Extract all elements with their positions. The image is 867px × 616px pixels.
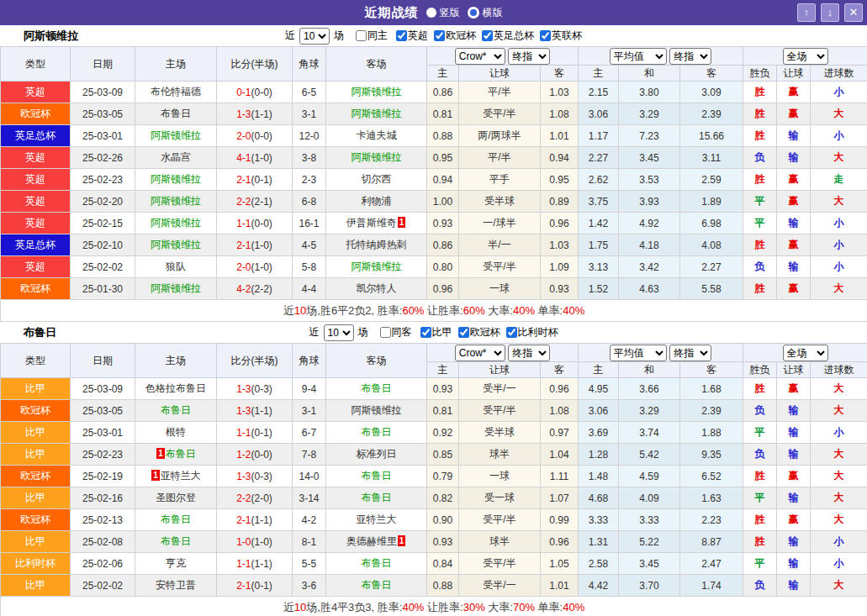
team-name: 阿斯顿维拉 [352, 108, 402, 119]
result-cell: 胜 [743, 125, 777, 147]
col-header-goals: 进球数 [811, 362, 867, 378]
handicap-cell: 一/球半 [459, 213, 541, 234]
halftime-score: (1-0) [251, 261, 272, 273]
avg-draw-odds: 3.29 [619, 103, 680, 125]
league-filter[interactable]: 英超 [390, 29, 428, 43]
result-cell: 胜 [743, 378, 777, 400]
table-row: 英超25-02-15阿斯顿维拉1-1(0-0)16-1伊普斯维奇10.93一/球… [1, 213, 867, 234]
goals-result-cell: 大 [811, 147, 867, 169]
avg-draw-odds: 4.09 [619, 487, 680, 509]
league-cell: 比甲 [1, 444, 71, 466]
home-team-cell: 布伦特福德 [135, 82, 217, 103]
same-venue-label: 同主 [367, 29, 388, 43]
col-header-goals: 进球数 [811, 66, 867, 82]
radio-horizontal-icon[interactable] [468, 7, 479, 18]
radio-vertical-icon[interactable] [426, 8, 436, 18]
table-row: 比甲25-02-231布鲁日1-2(0-0)7-8标准列日0.85球半1.041… [1, 444, 867, 466]
avg-home-odds: 2.15 [579, 82, 619, 103]
team-name: 托特纳姆热刺 [346, 239, 407, 250]
title-bar: 近期战绩 竖版 横版 ↑ ↓ ✕ [0, 0, 867, 25]
league-filter-label: 欧冠杯 [446, 29, 476, 43]
summary-text-1: 近10场,胜4平3负3, 胜率:40% 让胜率:30% 大率:70% 单率:40… [1, 597, 867, 616]
league-filter[interactable]: 比利时杯 [500, 325, 558, 340]
league-filter[interactable]: 欧冠杯 [452, 325, 500, 340]
date-cell: 25-02-08 [71, 531, 135, 553]
same-venue-checkbox[interactable] [380, 327, 391, 338]
away-team-cell: 布鲁日 [326, 422, 427, 444]
result-cell: 胜 [743, 509, 777, 531]
handicap-result-cell: 输 [777, 213, 811, 234]
score-cell: 2-1(1-0) [217, 234, 293, 256]
handicap-result-cell: 输 [777, 147, 811, 169]
league-filter[interactable]: 英联杯 [534, 29, 582, 43]
crow-away-odds: 1.01 [541, 575, 579, 597]
summary-row: 近10场,胜6平2负2, 胜率:60% 让胜率:60% 大率:40% 单率:40… [1, 300, 867, 322]
average-select[interactable]: 平均值 [610, 345, 667, 361]
table-row: 比利时杯25-02-06亨克1-1(1-1)5-5布鲁日0.84受平/半1.05… [1, 553, 867, 575]
match-count-select[interactable]: 10 [324, 324, 354, 341]
handicap-result-cell: 输 [777, 531, 811, 553]
date-cell: 25-02-23 [71, 444, 135, 466]
avg-draw-odds: 4.59 [619, 466, 680, 487]
fulltime-select[interactable]: 全场 [783, 345, 828, 361]
col-header-crow-home: 主 [427, 362, 459, 378]
halftime-score: (1-0) [251, 536, 272, 548]
average-select[interactable]: 平均值 [610, 48, 667, 65]
avg-draw-odds: 3.45 [619, 553, 680, 575]
league-filter[interactable]: 比甲 [415, 325, 452, 340]
league-checkbox[interactable] [506, 327, 517, 338]
avg-away-odds: 2.27 [680, 256, 743, 278]
crow-away-odds: 0.89 [541, 191, 579, 213]
layout-radio-vertical[interactable]: 竖版 [426, 6, 460, 20]
move-up-button[interactable]: ↑ [797, 3, 816, 22]
crow-away-odds: 0.99 [541, 509, 579, 531]
away-team-cell: 切尔西 [326, 169, 427, 191]
team-name: 亚特兰大 [161, 470, 201, 482]
avg-stage-select[interactable]: 终指 [669, 345, 711, 361]
crow-away-odds: 1.05 [541, 553, 579, 575]
league-filter[interactable]: 欧冠杯 [428, 29, 476, 43]
bookmaker-select[interactable]: Crow* [455, 345, 505, 361]
odds-stage-select[interactable]: 终指 [508, 48, 550, 65]
avg-stage-select[interactable]: 终指 [669, 48, 711, 65]
fulltime-select[interactable]: 全场 [783, 48, 828, 65]
col-header-date: 日期 [71, 47, 135, 82]
match-count-select[interactable]: 10 [299, 28, 330, 45]
avg-home-odds: 2.58 [579, 553, 619, 575]
team-name: 伊普斯维奇 [346, 217, 397, 229]
goals-result-cell: 小 [811, 531, 867, 553]
result-cell: 胜 [743, 103, 777, 125]
crow-select-group: Crow* 终指 [427, 47, 579, 66]
fulltime-score: 4-2 [236, 283, 251, 295]
league-checkbox[interactable] [434, 30, 445, 41]
odds-stage-select[interactable]: 终指 [508, 345, 550, 361]
league-cell: 英超 [1, 213, 71, 234]
avg-away-odds: 2.59 [680, 169, 743, 191]
team-name: 阿斯顿维拉 [352, 404, 402, 416]
move-down-button[interactable]: ↓ [821, 3, 839, 22]
league-checkbox[interactable] [540, 30, 551, 41]
bookmaker-select[interactable]: Crow* [455, 48, 505, 65]
home-team-cell: 亨克 [135, 553, 217, 575]
league-checkbox[interactable] [420, 327, 431, 338]
same-venue-filter[interactable]: 同客 [374, 325, 412, 340]
layout-radio-horizontal[interactable]: 横版 [468, 6, 503, 20]
team-title: 阿斯顿维拉 [24, 29, 78, 44]
league-filter[interactable]: 英足总杯 [476, 29, 534, 43]
result-cell: 平 [743, 553, 777, 575]
close-button[interactable]: ✕ [844, 3, 863, 22]
league-checkbox[interactable] [396, 30, 407, 41]
team-name: 布鲁日 [362, 470, 392, 482]
crow-select-group: Crow* 终指 [427, 344, 579, 362]
avg-home-odds: 3.06 [579, 103, 619, 125]
fulltime-score: 1-1 [236, 427, 251, 439]
date-cell: 25-02-02 [71, 575, 135, 597]
same-venue-filter[interactable]: 同主 [350, 29, 388, 43]
crow-home-odds: 0.92 [427, 422, 459, 444]
league-cell: 英超 [1, 256, 71, 278]
same-venue-checkbox[interactable] [356, 30, 367, 41]
league-checkbox[interactable] [458, 327, 469, 338]
avg-away-odds: 1.63 [680, 487, 743, 509]
halftime-score: (0-0) [251, 218, 272, 229]
league-checkbox[interactable] [482, 30, 493, 41]
